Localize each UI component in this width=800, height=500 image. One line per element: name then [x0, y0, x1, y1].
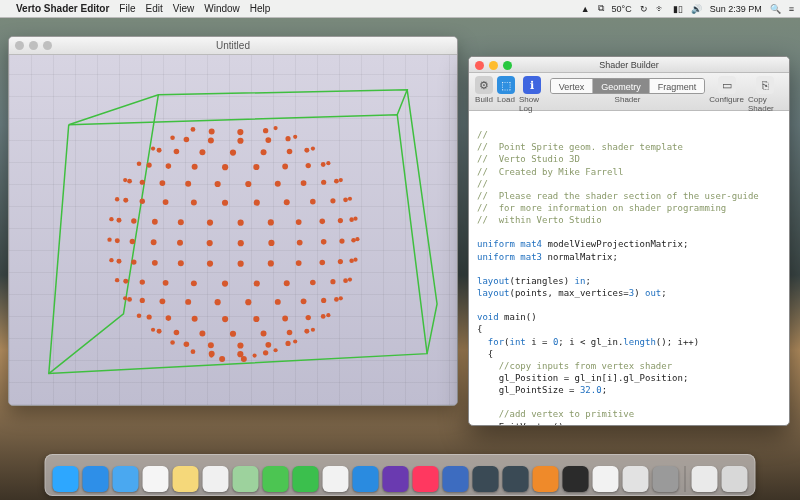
- battery-icon[interactable]: ▮▯: [673, 4, 683, 14]
- svg-point-86: [268, 260, 274, 266]
- dock-imovie[interactable]: [383, 466, 409, 492]
- svg-point-113: [185, 299, 191, 305]
- svg-point-22: [321, 162, 326, 167]
- dock-blender[interactable]: [533, 466, 559, 492]
- menu-help[interactable]: Help: [250, 3, 271, 14]
- tab-fragment[interactable]: Fragment: [650, 79, 705, 93]
- svg-point-34: [301, 180, 307, 186]
- dock-reminders[interactable]: [203, 466, 229, 492]
- svg-point-128: [311, 328, 315, 332]
- svg-point-82: [349, 258, 354, 263]
- zoom-icon[interactable]: [503, 61, 512, 70]
- zoom-icon[interactable]: [43, 41, 52, 50]
- temp-status[interactable]: 50°C: [612, 4, 632, 14]
- cloud-icon[interactable]: ▲: [581, 4, 590, 14]
- svg-point-55: [353, 217, 357, 221]
- svg-point-137: [293, 339, 297, 343]
- dock-appstore[interactable]: [353, 466, 379, 492]
- shader-titlebar[interactable]: Shader Builder: [469, 57, 789, 73]
- svg-point-114: [160, 298, 166, 304]
- copy-shader-button[interactable]: ⎘ Copy Shader: [748, 76, 783, 113]
- dock-finder[interactable]: [53, 466, 79, 492]
- shader-type-segmented[interactable]: Vertex Geometry Fragment: [550, 78, 706, 94]
- svg-point-18: [174, 149, 180, 155]
- dock-vertoeditor[interactable]: [503, 466, 529, 492]
- shader-window[interactable]: Shader Builder ⚙ Build ⬚ Load ℹ Show Log…: [468, 56, 790, 426]
- svg-point-96: [330, 279, 335, 284]
- load-button[interactable]: ⬚ Load: [497, 76, 515, 104]
- notification-icon[interactable]: ≡: [789, 4, 794, 14]
- svg-point-12: [311, 146, 315, 150]
- volume-icon[interactable]: 🔊: [691, 4, 702, 14]
- svg-point-99: [254, 280, 260, 286]
- svg-point-151: [219, 356, 225, 362]
- dock-preview[interactable]: [443, 466, 469, 492]
- dock-safari[interactable]: [83, 466, 109, 492]
- svg-point-79: [115, 238, 120, 243]
- menu-edit[interactable]: Edit: [145, 3, 162, 14]
- dock-mail[interactable]: [113, 466, 139, 492]
- app-name[interactable]: Verto Shader Editor: [16, 3, 109, 14]
- svg-point-0: [274, 126, 278, 130]
- dock-photos[interactable]: [323, 466, 349, 492]
- clock[interactable]: Sun 2:39 PM: [710, 4, 762, 14]
- svg-point-2: [237, 129, 243, 135]
- svg-point-116: [127, 297, 132, 302]
- wifi-icon[interactable]: ᯤ: [656, 4, 665, 14]
- code-editor[interactable]: // // Point Sprite geom. shader template…: [469, 111, 789, 426]
- menu-view[interactable]: View: [173, 3, 195, 14]
- dock-messages[interactable]: [263, 466, 289, 492]
- svg-point-90: [152, 260, 158, 266]
- sync-icon[interactable]: ↻: [640, 4, 648, 14]
- showlog-button[interactable]: ℹ Show Log: [519, 76, 546, 113]
- segment-label: Shader: [615, 95, 641, 104]
- svg-point-50: [191, 200, 197, 206]
- svg-point-80: [107, 237, 111, 241]
- dock-textedit[interactable]: [593, 466, 619, 492]
- svg-point-139: [265, 342, 271, 348]
- dock[interactable]: [45, 454, 756, 496]
- svg-point-35: [275, 181, 281, 187]
- viewport-3d[interactable]: [9, 55, 457, 405]
- editor-window[interactable]: Untitled: [8, 36, 458, 406]
- menubar: Verto Shader Editor File Edit View Windo…: [0, 0, 800, 18]
- svg-point-29: [147, 163, 152, 168]
- dock-music[interactable]: [413, 466, 439, 492]
- minimize-icon[interactable]: [29, 41, 38, 50]
- configure-button[interactable]: ▭ Configure: [709, 76, 744, 104]
- svg-point-25: [253, 164, 259, 170]
- close-icon[interactable]: [15, 41, 24, 50]
- dock-notes[interactable]: [173, 466, 199, 492]
- editor-titlebar[interactable]: Untitled: [9, 37, 457, 55]
- svg-point-87: [238, 261, 244, 267]
- svg-point-30: [137, 162, 142, 167]
- menu-window[interactable]: Window: [204, 3, 240, 14]
- tab-geometry[interactable]: Geometry: [593, 79, 650, 93]
- scene-svg: [9, 55, 457, 405]
- menu-file[interactable]: File: [119, 3, 135, 14]
- dock-terminal[interactable]: [563, 466, 589, 492]
- dock-vertostudio[interactable]: [473, 466, 499, 492]
- dropbox-icon[interactable]: ⧉: [598, 3, 604, 14]
- dock-document[interactable]: [692, 466, 718, 492]
- svg-point-9: [208, 138, 214, 144]
- svg-point-91: [131, 259, 136, 264]
- svg-point-133: [199, 330, 205, 336]
- dock-trash[interactable]: [722, 466, 748, 492]
- svg-point-104: [123, 279, 128, 284]
- tab-vertex[interactable]: Vertex: [551, 79, 594, 93]
- dock-calendar[interactable]: [143, 466, 169, 492]
- minimize-icon[interactable]: [489, 61, 498, 70]
- spotlight-icon[interactable]: 🔍: [770, 4, 781, 14]
- close-icon[interactable]: [475, 61, 484, 70]
- svg-point-106: [339, 296, 343, 300]
- svg-point-63: [178, 219, 184, 225]
- dock-settings[interactable]: [653, 466, 679, 492]
- svg-point-32: [334, 179, 339, 184]
- dock-maps[interactable]: [233, 466, 259, 492]
- dock-activity[interactable]: [623, 466, 649, 492]
- dock-facetime[interactable]: [293, 466, 319, 492]
- svg-point-71: [321, 239, 327, 245]
- svg-point-31: [339, 178, 343, 182]
- build-button[interactable]: ⚙ Build: [475, 76, 493, 104]
